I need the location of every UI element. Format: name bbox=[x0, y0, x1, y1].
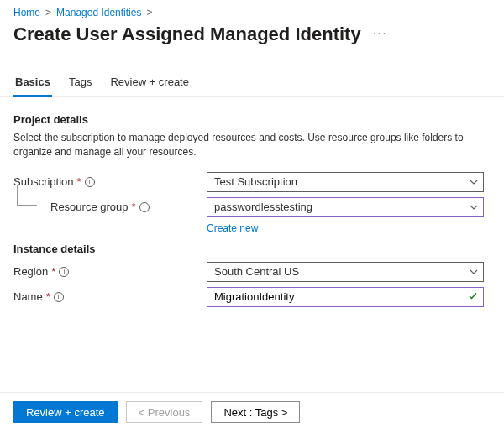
footer-actions: Review + create < Previous Next : Tags > bbox=[0, 392, 504, 433]
tab-review-create[interactable]: Review + create bbox=[108, 70, 191, 97]
resource-group-value: passwordlesstesting bbox=[214, 201, 312, 213]
breadcrumb-separator: > bbox=[146, 7, 152, 18]
required-marker: * bbox=[77, 175, 81, 188]
create-new-resource-group-link[interactable]: Create new bbox=[207, 222, 491, 234]
label-region: Region * i bbox=[13, 265, 207, 278]
row-region: Region * i South Central US bbox=[13, 262, 491, 282]
region-value: South Central US bbox=[214, 265, 299, 278]
section-heading-instance-details: Instance details bbox=[13, 243, 491, 255]
section-heading-project-details: Project details bbox=[13, 113, 491, 126]
breadcrumb: Home > Managed Identities > bbox=[0, 0, 504, 22]
label-subscription: Subscription * i bbox=[13, 175, 207, 188]
next-button[interactable]: Next : Tags > bbox=[211, 401, 300, 423]
project-details-description: Select the subscription to manage deploy… bbox=[13, 131, 480, 160]
label-name: Name * i bbox=[13, 290, 207, 303]
more-menu-button[interactable]: ··· bbox=[373, 26, 388, 43]
required-marker: * bbox=[46, 290, 50, 303]
page-title: Create User Assigned Managed Identity bbox=[13, 23, 361, 45]
row-name: Name * i bbox=[13, 287, 491, 307]
subscription-select[interactable]: Test Subscription bbox=[207, 172, 484, 192]
tabs: Basics Tags Review + create bbox=[0, 52, 504, 97]
tab-basics[interactable]: Basics bbox=[13, 70, 52, 97]
label-resource-group: Resource group * i bbox=[13, 201, 207, 213]
region-select[interactable]: South Central US bbox=[207, 262, 484, 282]
label-region-text: Region bbox=[13, 265, 48, 278]
breadcrumb-separator: > bbox=[45, 7, 51, 18]
chevron-down-icon bbox=[470, 269, 478, 274]
check-icon bbox=[468, 290, 478, 303]
info-icon[interactable]: i bbox=[85, 177, 95, 187]
previous-button: < Previous bbox=[126, 401, 203, 423]
name-input[interactable] bbox=[214, 290, 463, 303]
info-icon[interactable]: i bbox=[139, 202, 150, 212]
indent-connector bbox=[17, 185, 37, 206]
row-subscription: Subscription * i Test Subscription bbox=[13, 172, 491, 192]
chevron-down-icon bbox=[470, 205, 478, 210]
required-marker: * bbox=[132, 201, 136, 213]
row-resource-group: Resource group * i passwordlesstesting bbox=[13, 197, 491, 217]
subscription-value: Test Subscription bbox=[214, 175, 297, 188]
info-icon[interactable]: i bbox=[54, 292, 64, 302]
breadcrumb-home[interactable]: Home bbox=[13, 7, 40, 18]
chevron-down-icon bbox=[470, 180, 478, 185]
label-name-text: Name bbox=[13, 290, 43, 303]
resource-group-select[interactable]: passwordlesstesting bbox=[207, 197, 484, 217]
required-marker: * bbox=[51, 265, 55, 278]
name-input-wrapper bbox=[207, 287, 484, 307]
review-create-button[interactable]: Review + create bbox=[13, 401, 118, 423]
page-header: Create User Assigned Managed Identity ··… bbox=[0, 22, 504, 52]
breadcrumb-managed-identities[interactable]: Managed Identities bbox=[56, 7, 141, 18]
label-resource-group-text: Resource group bbox=[50, 201, 129, 213]
tab-tags[interactable]: Tags bbox=[67, 70, 93, 97]
info-icon[interactable]: i bbox=[59, 267, 69, 277]
